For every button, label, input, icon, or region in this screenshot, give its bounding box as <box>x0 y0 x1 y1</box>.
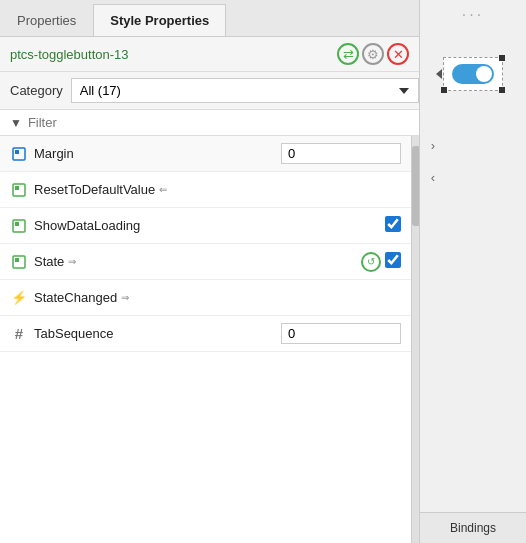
arrow-indicator-icon: ⇒ <box>68 256 76 267</box>
category-row: Category All (17) Common Layout Style <box>0 72 419 110</box>
property-icon <box>10 181 28 199</box>
prop-value-show-data-loading[interactable] <box>385 216 401 235</box>
hash-icon: # <box>10 325 28 343</box>
share-icon-btn[interactable]: ⇄ <box>337 43 359 65</box>
arrow-indicator-icon: ⇒ <box>121 292 129 303</box>
preview-area <box>420 26 526 121</box>
arrow-indicator-icon: ⇐ <box>159 184 167 195</box>
prop-value-tab-sequence <box>281 323 401 344</box>
table-row: ShowDataLoading <box>0 208 411 244</box>
right-arrows: › ‹ <box>420 121 526 191</box>
svg-rect-7 <box>15 258 19 262</box>
svg-rect-5 <box>15 222 19 226</box>
filter-input[interactable] <box>28 115 409 130</box>
table-row: State ⇒ ↺ <box>0 244 411 280</box>
state-checkbox[interactable] <box>385 252 401 268</box>
show-data-loading-checkbox[interactable] <box>385 216 401 232</box>
filter-row: ▼ <box>0 110 419 136</box>
component-name: ptcs-togglebutton-13 <box>10 47 129 62</box>
table-row: Margin <box>0 136 411 172</box>
svg-rect-3 <box>15 186 19 190</box>
prop-name-state-changed: StateChanged ⇒ <box>34 290 401 305</box>
three-dots: ··· <box>420 0 526 26</box>
prop-name-tab-sequence: TabSequence <box>34 326 281 341</box>
right-panel: ··· › ‹ Bindings <box>420 0 526 543</box>
tab-style-properties[interactable]: Style Properties <box>93 4 226 36</box>
property-icon <box>10 217 28 235</box>
scrollbar-thumb[interactable] <box>412 146 419 226</box>
filter-icon: ▼ <box>10 116 22 130</box>
bindings-label: Bindings <box>450 521 496 535</box>
properties-list: Margin ResetToDefaultValue ⇐ <box>0 136 411 543</box>
prop-value-state[interactable] <box>385 252 401 271</box>
property-icon <box>10 145 28 163</box>
prop-name-show-data-loading: ShowDataLoading <box>34 218 385 233</box>
bolt-icon: ⚡ <box>10 289 28 307</box>
prop-name-reset: ResetToDefaultValue ⇐ <box>34 182 401 197</box>
tab-sequence-input[interactable] <box>281 323 401 344</box>
chevron-left-icon[interactable]: ‹ <box>424 163 442 191</box>
category-label: Category <box>10 83 63 98</box>
chevron-right-icon[interactable]: › <box>424 131 442 159</box>
svg-rect-1 <box>15 150 19 154</box>
properties-section: Margin ResetToDefaultValue ⇐ <box>0 136 419 543</box>
resize-handle[interactable] <box>441 87 447 93</box>
table-row: # TabSequence <box>0 316 411 352</box>
prop-name-margin: Margin <box>34 146 281 161</box>
refresh-icon[interactable]: ↺ <box>361 252 381 272</box>
scrollbar-track[interactable] <box>411 136 419 543</box>
prop-name-state: State ⇒ <box>34 254 361 269</box>
main-panel: Properties Style Properties ptcs-toggleb… <box>0 0 420 543</box>
close-icon-btn[interactable]: ✕ <box>387 43 409 65</box>
toggle-switch[interactable] <box>452 64 494 84</box>
property-icon <box>10 253 28 271</box>
settings-icon-btn[interactable]: ⚙ <box>362 43 384 65</box>
resize-handle[interactable] <box>499 55 505 61</box>
prop-value-margin <box>281 143 401 164</box>
tab-bar: Properties Style Properties <box>0 0 419 37</box>
toggle-preview-container <box>443 57 503 91</box>
margin-input[interactable] <box>281 143 401 164</box>
toggle-knob <box>476 66 492 82</box>
component-row: ptcs-togglebutton-13 ⇄ ⚙ ✕ <box>0 37 419 72</box>
category-select[interactable]: All (17) Common Layout Style <box>71 78 419 103</box>
bindings-section[interactable]: Bindings <box>420 512 526 543</box>
resize-handle[interactable] <box>499 87 505 93</box>
toggle-arrow-icon <box>436 69 442 79</box>
table-row: ResetToDefaultValue ⇐ <box>0 172 411 208</box>
tab-properties[interactable]: Properties <box>0 4 93 36</box>
table-row: ⚡ StateChanged ⇒ <box>0 280 411 316</box>
